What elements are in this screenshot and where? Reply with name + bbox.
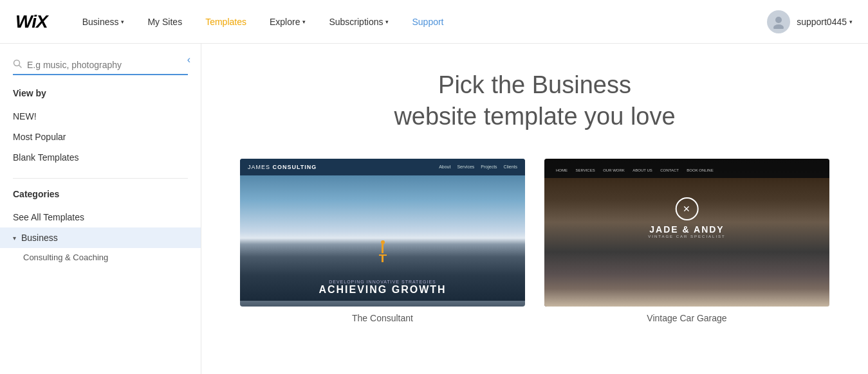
chevron-down-icon: ▾ bbox=[385, 19, 389, 25]
username-display[interactable]: support0445 ▾ bbox=[797, 17, 853, 27]
thumb2-header: HOME SERVICES OUR WORK ABOUT US CONTACT … bbox=[544, 159, 829, 178]
sidebar: ‹ View by NEW! Most Popular Blank Templa… bbox=[0, 44, 201, 374]
sidebar-collapse-button[interactable]: ‹ bbox=[187, 54, 190, 66]
sidebar-item-business[interactable]: ▾ Business bbox=[0, 227, 201, 248]
nav-item-business[interactable]: Business ▾ bbox=[71, 0, 136, 44]
svg-point-1 bbox=[773, 24, 784, 29]
thumb2-overlay-text: ✕ JADE & ANDY VINTAGE CAR SPECIALIST bbox=[648, 197, 726, 238]
search-box bbox=[13, 59, 188, 75]
avatar[interactable] bbox=[767, 10, 790, 33]
nav-item-explore[interactable]: Explore ▾ bbox=[258, 0, 317, 44]
nav-item-mysites[interactable]: My Sites bbox=[136, 0, 194, 44]
user-section: support0445 ▾ bbox=[767, 10, 853, 33]
template-label-vintage-car: Vintage Car Garage bbox=[544, 313, 829, 323]
header: WiX Business ▾ My Sites Templates Explor… bbox=[0, 0, 868, 44]
chevron-down-icon: ▾ bbox=[302, 19, 306, 25]
search-input[interactable] bbox=[27, 60, 188, 70]
sidebar-item-new[interactable]: NEW! bbox=[0, 106, 201, 127]
search-icon bbox=[13, 59, 22, 70]
thumb1-header: JAMES CONSULTING About Services Projects… bbox=[240, 159, 525, 175]
sidebar-divider bbox=[13, 178, 188, 179]
template-thumbnail-vintage-car: HOME SERVICES OUR WORK ABOUT US CONTACT … bbox=[544, 159, 829, 307]
chevron-down-icon: ▾ bbox=[849, 19, 853, 25]
chevron-down-icon: ▾ bbox=[121, 19, 124, 25]
wrench-icon: ✕ bbox=[675, 197, 698, 220]
sidebar-sub-item-consulting[interactable]: Consulting & Coaching bbox=[0, 248, 201, 267]
categories-label: Categories bbox=[0, 189, 201, 199]
main-nav: Business ▾ My Sites Templates Explore ▾ … bbox=[71, 0, 768, 44]
thumb1-body: DEVELOPING INNOVATIVE STRATEGIES ACHIEVI… bbox=[240, 175, 525, 301]
sidebar-item-blank-templates[interactable]: Blank Templates bbox=[0, 147, 201, 168]
thumb2-nav: HOME SERVICES OUR WORK ABOUT US CONTACT … bbox=[551, 163, 714, 174]
page-title: Pick the Business website template you l… bbox=[240, 69, 829, 133]
sidebar-item-see-all[interactable]: See All Templates bbox=[0, 207, 201, 227]
template-card-vintage-car[interactable]: HOME SERVICES OUR WORK ABOUT US CONTACT … bbox=[544, 159, 829, 323]
thumb1-bottom-text: DEVELOPING INNOVATIVE STRATEGIES ACHIEVI… bbox=[240, 280, 525, 296]
thumb2-car: ✕ JADE & ANDY VINTAGE CAR SPECIALIST f p… bbox=[544, 178, 829, 307]
template-card-consultant[interactable]: JAMES CONSULTING About Services Projects… bbox=[240, 159, 525, 323]
body-layout: ‹ View by NEW! Most Popular Blank Templa… bbox=[0, 44, 868, 374]
thumb1-nav: About Services Projects Clients bbox=[439, 165, 517, 169]
nav-item-support[interactable]: Support bbox=[400, 0, 455, 44]
thumb1-person bbox=[379, 240, 387, 262]
view-by-label: View by bbox=[0, 88, 201, 98]
wix-logo[interactable]: WiX bbox=[15, 12, 48, 32]
template-thumbnail-consultant: JAMES CONSULTING About Services Projects… bbox=[240, 159, 525, 307]
chevron-down-icon: ▾ bbox=[13, 235, 16, 242]
nav-item-templates[interactable]: Templates bbox=[194, 0, 258, 44]
templates-grid: JAMES CONSULTING About Services Projects… bbox=[240, 159, 829, 323]
sidebar-item-most-popular[interactable]: Most Popular bbox=[0, 127, 201, 147]
svg-line-3 bbox=[19, 66, 22, 68]
thumb1-brand: JAMES CONSULTING bbox=[248, 164, 317, 170]
svg-point-0 bbox=[775, 17, 782, 23]
main-content: Pick the Business website template you l… bbox=[201, 44, 868, 374]
template-label-consultant: The Consultant bbox=[240, 313, 525, 323]
nav-item-subscriptions[interactable]: Subscriptions ▾ bbox=[317, 0, 400, 44]
